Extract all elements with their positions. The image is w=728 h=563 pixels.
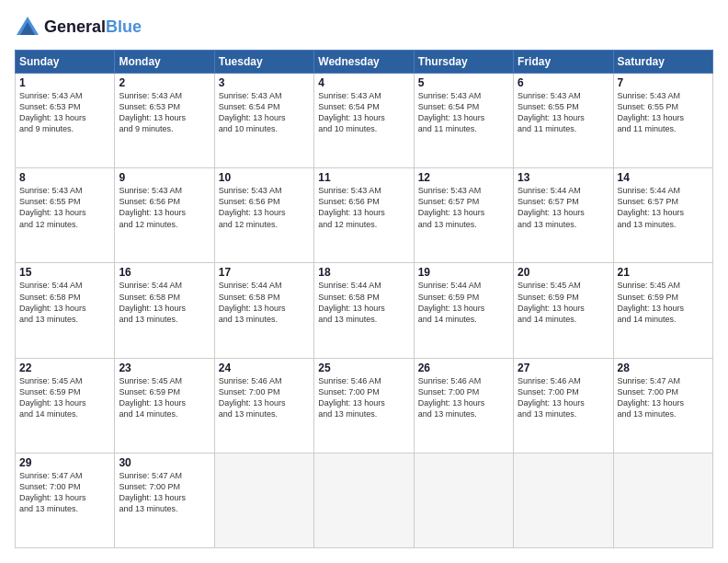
col-header-monday: Monday [115, 51, 214, 74]
day-info: Sunrise: 5:43 AMSunset: 6:56 PMDaylight:… [219, 185, 310, 230]
day-number: 23 [119, 362, 210, 374]
day-info: Sunrise: 5:43 AMSunset: 6:56 PMDaylight:… [119, 185, 210, 230]
day-number: 30 [119, 456, 210, 469]
calendar-cell: 17Sunrise: 5:44 AMSunset: 6:58 PMDayligh… [214, 263, 313, 358]
day-info: Sunrise: 5:45 AMSunset: 6:59 PMDaylight:… [618, 280, 709, 325]
day-number: 22 [19, 362, 110, 374]
calendar-cell: 4Sunrise: 5:43 AMSunset: 6:54 PMDaylight… [314, 74, 414, 168]
day-info: Sunrise: 5:44 AMSunset: 6:57 PMDaylight:… [618, 185, 709, 230]
calendar-header-row: SundayMondayTuesdayWednesdayThursdayFrid… [16, 51, 713, 74]
day-info: Sunrise: 5:43 AMSunset: 6:56 PMDaylight:… [318, 185, 409, 230]
calendar-cell: 6Sunrise: 5:43 AMSunset: 6:55 PMDaylight… [514, 74, 613, 168]
col-header-sunday: Sunday [16, 51, 115, 74]
calendar-cell: 19Sunrise: 5:44 AMSunset: 6:59 PMDayligh… [414, 263, 513, 358]
logo-text: GeneralBlue [44, 18, 142, 37]
day-info: Sunrise: 5:43 AMSunset: 6:53 PMDaylight:… [119, 90, 210, 135]
calendar-cell: 1Sunrise: 5:43 AMSunset: 6:53 PMDaylight… [16, 74, 115, 168]
page: GeneralBlue SundayMondayTuesdayWednesday… [0, 0, 728, 563]
day-number: 6 [518, 76, 609, 89]
day-info: Sunrise: 5:45 AMSunset: 6:59 PMDaylight:… [19, 375, 110, 420]
calendar-cell: 22Sunrise: 5:45 AMSunset: 6:59 PMDayligh… [16, 358, 115, 453]
calendar-cell: 26Sunrise: 5:46 AMSunset: 7:00 PMDayligh… [414, 358, 513, 453]
calendar-cell: 23Sunrise: 5:45 AMSunset: 6:59 PMDayligh… [115, 358, 214, 453]
day-number: 12 [418, 171, 509, 184]
day-number: 8 [19, 171, 110, 184]
day-info: Sunrise: 5:43 AMSunset: 6:57 PMDaylight:… [418, 185, 509, 230]
calendar-week-4: 29Sunrise: 5:47 AMSunset: 7:00 PMDayligh… [16, 453, 713, 547]
calendar-week-1: 8Sunrise: 5:43 AMSunset: 6:55 PMDaylight… [16, 168, 713, 263]
day-info: Sunrise: 5:43 AMSunset: 6:54 PMDaylight:… [318, 90, 409, 135]
col-header-thursday: Thursday [414, 51, 513, 74]
calendar-cell: 13Sunrise: 5:44 AMSunset: 6:57 PMDayligh… [514, 168, 613, 263]
calendar-cell: 20Sunrise: 5:45 AMSunset: 6:59 PMDayligh… [514, 263, 613, 358]
calendar-cell: 8Sunrise: 5:43 AMSunset: 6:55 PMDaylight… [16, 168, 115, 263]
calendar-cell: 28Sunrise: 5:47 AMSunset: 7:00 PMDayligh… [613, 358, 712, 453]
day-number: 10 [219, 171, 310, 184]
day-number: 14 [618, 171, 709, 184]
logo-icon [15, 15, 40, 40]
calendar-cell: 5Sunrise: 5:43 AMSunset: 6:54 PMDaylight… [414, 74, 513, 168]
day-info: Sunrise: 5:47 AMSunset: 7:00 PMDaylight:… [119, 470, 210, 515]
day-number: 26 [418, 362, 509, 374]
day-info: Sunrise: 5:43 AMSunset: 6:54 PMDaylight:… [418, 90, 509, 135]
col-header-friday: Friday [514, 51, 613, 74]
day-info: Sunrise: 5:44 AMSunset: 6:58 PMDaylight:… [318, 280, 409, 325]
day-number: 7 [618, 76, 709, 89]
day-number: 9 [119, 171, 210, 184]
day-number: 17 [219, 266, 310, 279]
calendar-cell: 14Sunrise: 5:44 AMSunset: 6:57 PMDayligh… [613, 168, 712, 263]
day-number: 16 [119, 266, 210, 279]
calendar-cell: 12Sunrise: 5:43 AMSunset: 6:57 PMDayligh… [414, 168, 513, 263]
calendar-week-0: 1Sunrise: 5:43 AMSunset: 6:53 PMDaylight… [16, 74, 713, 168]
day-number: 27 [518, 362, 609, 374]
calendar-cell: 29Sunrise: 5:47 AMSunset: 7:00 PMDayligh… [16, 453, 115, 547]
day-info: Sunrise: 5:43 AMSunset: 6:55 PMDaylight:… [518, 90, 609, 135]
day-number: 4 [318, 76, 409, 89]
calendar-cell: 15Sunrise: 5:44 AMSunset: 6:58 PMDayligh… [16, 263, 115, 358]
day-info: Sunrise: 5:43 AMSunset: 6:53 PMDaylight:… [19, 90, 110, 135]
day-number: 19 [418, 266, 509, 279]
calendar-cell: 10Sunrise: 5:43 AMSunset: 6:56 PMDayligh… [214, 168, 313, 263]
day-number: 21 [618, 266, 709, 279]
day-info: Sunrise: 5:44 AMSunset: 6:57 PMDaylight:… [518, 185, 609, 230]
day-number: 20 [518, 266, 609, 279]
calendar-week-2: 15Sunrise: 5:44 AMSunset: 6:58 PMDayligh… [16, 263, 713, 358]
calendar-cell: 27Sunrise: 5:46 AMSunset: 7:00 PMDayligh… [514, 358, 613, 453]
calendar-week-3: 22Sunrise: 5:45 AMSunset: 6:59 PMDayligh… [16, 358, 713, 453]
day-info: Sunrise: 5:44 AMSunset: 6:58 PMDaylight:… [119, 280, 210, 325]
calendar-cell [314, 453, 414, 547]
day-info: Sunrise: 5:44 AMSunset: 6:59 PMDaylight:… [418, 280, 509, 325]
col-header-wednesday: Wednesday [314, 51, 414, 74]
day-info: Sunrise: 5:43 AMSunset: 6:55 PMDaylight:… [19, 185, 110, 230]
day-number: 18 [318, 266, 409, 279]
day-number: 28 [618, 362, 709, 374]
header: GeneralBlue [15, 15, 713, 40]
logo: GeneralBlue [15, 15, 142, 40]
col-header-saturday: Saturday [613, 51, 712, 74]
day-number: 11 [318, 171, 409, 184]
day-info: Sunrise: 5:46 AMSunset: 7:00 PMDaylight:… [518, 375, 609, 420]
calendar-cell [613, 453, 712, 547]
day-info: Sunrise: 5:47 AMSunset: 7:00 PMDaylight:… [618, 375, 709, 420]
calendar-cell [514, 453, 613, 547]
calendar-cell: 11Sunrise: 5:43 AMSunset: 6:56 PMDayligh… [314, 168, 414, 263]
day-number: 25 [318, 362, 409, 374]
calendar-cell: 24Sunrise: 5:46 AMSunset: 7:00 PMDayligh… [214, 358, 313, 453]
day-number: 15 [19, 266, 110, 279]
calendar-cell: 2Sunrise: 5:43 AMSunset: 6:53 PMDaylight… [115, 74, 214, 168]
day-info: Sunrise: 5:46 AMSunset: 7:00 PMDaylight:… [219, 375, 310, 420]
col-header-tuesday: Tuesday [214, 51, 313, 74]
calendar-cell: 9Sunrise: 5:43 AMSunset: 6:56 PMDaylight… [115, 168, 214, 263]
day-number: 24 [219, 362, 310, 374]
day-number: 29 [19, 456, 110, 469]
day-info: Sunrise: 5:45 AMSunset: 6:59 PMDaylight:… [119, 375, 210, 420]
day-info: Sunrise: 5:43 AMSunset: 6:54 PMDaylight:… [219, 90, 310, 135]
day-number: 2 [119, 76, 210, 89]
calendar-cell: 16Sunrise: 5:44 AMSunset: 6:58 PMDayligh… [115, 263, 214, 358]
day-info: Sunrise: 5:44 AMSunset: 6:58 PMDaylight:… [219, 280, 310, 325]
calendar-cell: 21Sunrise: 5:45 AMSunset: 6:59 PMDayligh… [613, 263, 712, 358]
day-info: Sunrise: 5:46 AMSunset: 7:00 PMDaylight:… [418, 375, 509, 420]
day-info: Sunrise: 5:43 AMSunset: 6:55 PMDaylight:… [618, 90, 709, 135]
day-number: 5 [418, 76, 509, 89]
calendar-cell [214, 453, 313, 547]
